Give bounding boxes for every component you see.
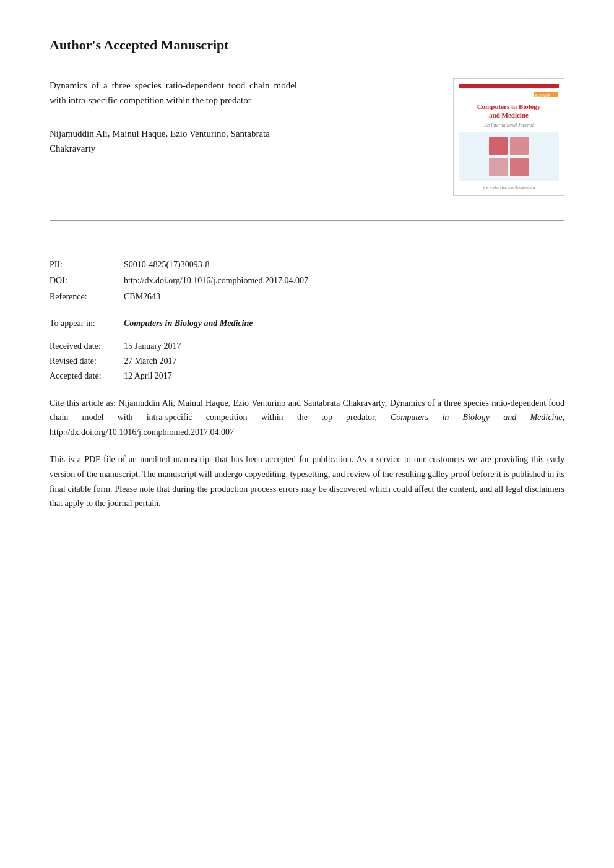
- doi-label: DOI:: [50, 274, 124, 288]
- cite-section: Cite this article as: Nijamuddin Ali, Ma…: [50, 396, 564, 440]
- cover-top-bar: [459, 84, 559, 88]
- received-label: Received date:: [50, 339, 124, 354]
- disclaimer-text: This is a PDF file of an unedited manusc…: [50, 452, 564, 511]
- cite-doi: http://dx.doi.org/10.1016/j.compbiomed.2…: [50, 428, 234, 437]
- cite-journal: Computers in Biology and Medicine,: [391, 413, 564, 422]
- page-title: Author's Accepted Manuscript: [50, 37, 564, 53]
- accepted-label: Accepted date:: [50, 369, 124, 384]
- pii-value: S0010-4825(17)30093-8: [124, 258, 209, 272]
- pii-label: PII:: [50, 258, 124, 272]
- accepted-row: Accepted date: 12 April 2017: [50, 369, 564, 384]
- cover-icon-3: [489, 158, 508, 176]
- appear-in-value: Computers in Biology and Medicine: [124, 317, 253, 330]
- dates-section: Received date: 15 January 2017 Revised d…: [50, 339, 564, 383]
- doi-value: http://dx.doi.org/10.1016/j.compbiomed.2…: [124, 274, 308, 288]
- divider: [50, 220, 564, 221]
- cover-logo: ELSEVIER: [459, 91, 559, 100]
- cite-text: Cite this article as: Nijamuddin Ali, Ma…: [50, 396, 564, 440]
- appear-in-label: To appear in:: [50, 317, 124, 330]
- cover-icon-4: [510, 158, 529, 176]
- reference-value: CBM2643: [124, 290, 160, 304]
- article-title: Dynamics of a three species ratio-depend…: [50, 78, 297, 108]
- revised-value: 27 March 2017: [124, 354, 177, 369]
- cover-icon-1: [489, 137, 508, 155]
- doi-row: DOI: http://dx.doi.org/10.1016/j.compbio…: [50, 274, 564, 288]
- cover-title: Computers in Biology and Medicine: [477, 102, 541, 120]
- received-value: 15 January 2017: [124, 339, 181, 354]
- left-content: Dynamics of a three species ratio-depend…: [50, 78, 453, 156]
- cover-image-area: [459, 132, 559, 181]
- cover-icon-grid: [484, 132, 534, 181]
- header-section: Dynamics of a three species ratio-depend…: [50, 78, 564, 196]
- reference-label: Reference:: [50, 290, 124, 304]
- reference-row: Reference: CBM2643: [50, 290, 564, 304]
- cover-url: www.elsevier.com/locate/cbm: [483, 185, 535, 190]
- pii-row: PII: S0010-4825(17)30093-8: [50, 258, 564, 272]
- svg-text:ELSEVIER: ELSEVIER: [535, 93, 551, 97]
- disclaimer-section: This is a PDF file of an unedited manusc…: [50, 452, 564, 511]
- revised-label: Revised date:: [50, 354, 124, 369]
- cover-icon-2: [510, 137, 529, 155]
- cover-subtitle: An International Journal: [484, 122, 534, 128]
- accepted-value: 12 April 2017: [124, 369, 172, 384]
- revised-row: Revised date: 27 March 2017: [50, 354, 564, 369]
- received-row: Received date: 15 January 2017: [50, 339, 564, 354]
- document-page: Author's Accepted Manuscript Dynamics of…: [0, 0, 614, 868]
- journal-cover: ELSEVIER Computers in Biology and Medici…: [453, 78, 564, 196]
- authors: Nijamuddin Ali, Mainul Haque, Ezio Ventu…: [50, 126, 297, 156]
- metadata-section: PII: S0010-4825(17)30093-8 DOI: http://d…: [50, 258, 564, 304]
- appear-in-row: To appear in: Computers in Biology and M…: [50, 317, 564, 330]
